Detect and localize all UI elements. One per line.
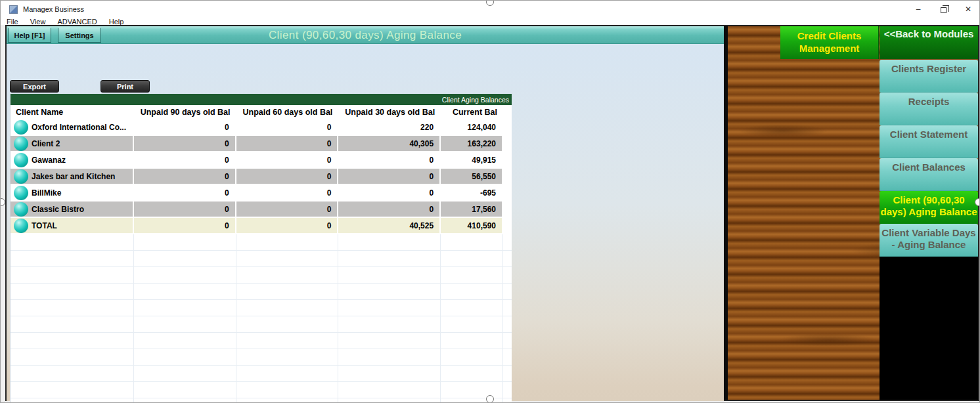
menu-file[interactable]: File	[1, 18, 24, 26]
current-bal-value: 163,220	[441, 136, 503, 151]
restore-button[interactable]	[931, 1, 956, 18]
export-button[interactable]: Export	[10, 80, 59, 93]
unpaid-30-value: 40,305	[338, 136, 441, 151]
current-bal-value: 49,915	[441, 152, 503, 167]
unpaid-60-value: 0	[236, 152, 339, 167]
empty-grid-row	[11, 382, 512, 398]
aging-balance-grid: Client Aging Balances Client Name Unpaid…	[10, 94, 512, 403]
back-to-modules-button[interactable]: <<Back to Modules	[880, 26, 978, 59]
empty-grid-row	[11, 398, 512, 403]
table-row[interactable]: Client 2 0 0 40,305 163,220	[11, 136, 512, 152]
menu-advanced[interactable]: ADVANCED	[51, 18, 102, 26]
client-name: Oxford International Co...	[32, 123, 126, 132]
unpaid-90-value: 0	[134, 119, 236, 135]
unpaid-30-value: 40,525	[338, 218, 441, 233]
resize-handle-right[interactable]	[975, 198, 980, 206]
unpaid-90-value: 0	[134, 202, 236, 217]
unpaid-60-value: 0	[236, 185, 339, 200]
current-bal-value: 124,040	[441, 119, 503, 135]
grid-caption: Client Aging Balances	[11, 94, 512, 105]
table-row[interactable]: Classic Bistro 0 0 0 17,560	[11, 202, 512, 218]
column-header-unpaid-30[interactable]: Unpaid 30 days old Bal	[338, 108, 441, 117]
empty-grid-row	[11, 251, 512, 267]
window-controls: – ✕	[906, 1, 980, 18]
unpaid-30-value: 220	[338, 119, 441, 135]
unpaid-30-value: 0	[338, 169, 441, 184]
client-sphere-icon	[14, 137, 28, 151]
sidebar-item-clients-register[interactable]: Clients Register	[880, 60, 978, 93]
table-row[interactable]: Oxford International Co... 0 0 220 124,0…	[11, 119, 512, 136]
client-sphere-icon	[14, 169, 28, 184]
current-bal-value: 56,550	[441, 169, 503, 184]
unpaid-90-value: 0	[134, 169, 236, 184]
sidebar-menu: Clients RegisterReceiptsClient Statement…	[880, 60, 978, 257]
empty-grid-row	[11, 300, 512, 316]
menubar: File View ADVANCED Help	[1, 18, 980, 25]
menu-view[interactable]: View	[24, 18, 52, 26]
unpaid-90-value: 0	[134, 152, 236, 167]
unpaid-30-value: 0	[338, 185, 441, 200]
settings-tab-button[interactable]: Settings	[58, 28, 101, 43]
window-title: Managex Business	[23, 5, 84, 13]
client-sphere-icon	[14, 219, 28, 233]
unpaid-60-value: 0	[236, 119, 339, 135]
page-header: Client (90,60,30 days) Aging Balance Hel…	[7, 26, 724, 44]
sidebar: Credit Clients Management <<Back to Modu…	[728, 26, 978, 400]
resize-handle-left[interactable]	[0, 198, 5, 206]
grid-empty-area	[11, 234, 512, 403]
empty-grid-row	[11, 267, 512, 284]
unpaid-60-value: 0	[236, 202, 339, 217]
print-button[interactable]: Print	[100, 80, 150, 93]
main-content: Export Print Client Aging Balances Clien…	[7, 44, 724, 401]
client-sphere-icon	[14, 120, 28, 135]
empty-grid-row	[11, 333, 512, 349]
form-window: Client (90,60,30 days) Aging Balance Hel…	[5, 25, 979, 401]
resize-handle-bottom[interactable]	[486, 395, 494, 403]
column-header-current-bal[interactable]: Current Bal	[441, 108, 503, 117]
table-row-total[interactable]: TOTAL 0 0 40,525 410,590	[11, 218, 512, 234]
table-row[interactable]: Gawanaz 0 0 0 49,915	[11, 152, 512, 169]
sidebar-item-client-balances[interactable]: Client Balances	[880, 158, 978, 191]
client-name: Client 2	[32, 139, 60, 148]
app-icon	[9, 5, 18, 14]
empty-grid-row	[11, 366, 512, 382]
unpaid-30-value: 0	[338, 152, 441, 167]
credit-clients-management-button[interactable]: Credit Clients Management	[780, 26, 879, 59]
help-tab-button[interactable]: Help [F1]	[8, 28, 51, 43]
close-button[interactable]: ✕	[956, 1, 980, 18]
sidebar-item-receipts[interactable]: Receipts	[880, 93, 978, 125]
client-name: Classic Bistro	[32, 205, 84, 214]
restore-icon	[941, 7, 947, 13]
minimize-button[interactable]: –	[906, 1, 931, 18]
client-name: Gawanaz	[32, 156, 66, 165]
empty-grid-row	[11, 349, 512, 366]
client-name: Jakes bar and Kitchen	[32, 172, 115, 181]
grid-body: Oxford International Co... 0 0 220 124,0…	[11, 119, 512, 234]
unpaid-90-value: 0	[134, 136, 236, 151]
unpaid-90-value: 0	[134, 185, 236, 200]
empty-grid-row	[11, 284, 512, 300]
current-bal-value: 17,560	[441, 202, 503, 217]
client-name: TOTAL	[32, 221, 57, 230]
sidebar-item-client-90-60-30-days-aging-balance[interactable]: Client (90,60,30 days) Aging Balance	[880, 191, 978, 224]
column-header-client-name[interactable]: Client Name	[11, 108, 134, 117]
client-sphere-icon	[14, 202, 28, 217]
sidebar-item-client-statement[interactable]: Client Statement	[880, 125, 978, 158]
unpaid-60-value: 0	[236, 169, 339, 184]
current-bal-value: 410,590	[441, 218, 503, 233]
client-sphere-icon	[14, 186, 28, 200]
page-title: Client (90,60,30 days) Aging Balance	[7, 26, 724, 44]
menu-help[interactable]: Help	[103, 18, 130, 26]
column-header-unpaid-60[interactable]: Unpaid 60 days old Bal	[236, 108, 339, 117]
grid-header-row: Client Name Unpaid 90 days old Bal Unpai…	[11, 105, 512, 119]
table-row[interactable]: Jakes bar and Kitchen 0 0 0 56,550	[11, 169, 512, 185]
empty-grid-row	[11, 316, 512, 333]
sidebar-item-client-variable-days-aging-balance[interactable]: Client Variable Days - Aging Balance	[880, 224, 978, 257]
table-row[interactable]: BillMike 0 0 0 -695	[11, 185, 512, 202]
current-bal-value: -695	[441, 185, 503, 200]
unpaid-90-value: 0	[134, 218, 236, 233]
client-name: BillMike	[32, 188, 61, 198]
unpaid-60-value: 0	[236, 136, 339, 151]
empty-grid-row	[11, 234, 512, 251]
column-header-unpaid-90[interactable]: Unpaid 90 days old Bal	[134, 108, 236, 117]
